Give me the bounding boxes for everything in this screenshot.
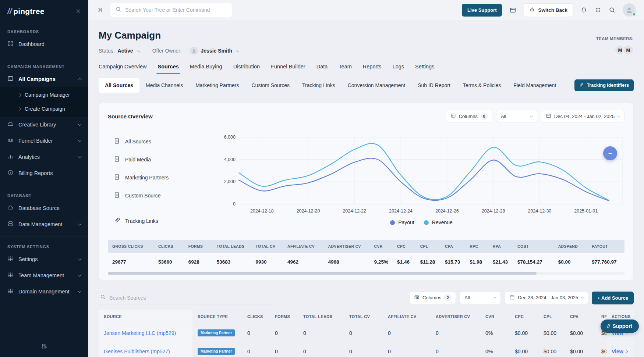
- source-filter-marketing-partners[interactable]: Marketing Partners: [114, 169, 218, 186]
- source-link[interactable]: Genises Puiblishers (mp527): [104, 349, 170, 354]
- subtab-terms-policies[interactable]: Terms & Policies: [457, 78, 507, 93]
- search-icon[interactable]: [609, 7, 615, 13]
- tracking-links-item[interactable]: Tracking Links: [114, 213, 218, 229]
- status-value[interactable]: Active: [118, 48, 133, 54]
- apps-grid-icon[interactable]: [595, 7, 601, 13]
- axis-tick-label: 2,000: [224, 179, 236, 184]
- sidebar-item-data-management[interactable]: Data Management: [0, 216, 88, 232]
- sidebar-collapse-icon[interactable]: [97, 7, 104, 13]
- panel-icon[interactable]: [509, 7, 516, 14]
- subtab-tracking-links[interactable]: Tracking Links: [296, 78, 342, 93]
- global-search-input[interactable]: [125, 7, 227, 13]
- stats-value-cell: 6928: [184, 253, 212, 268]
- table-cell: 0: [431, 325, 480, 342]
- team-member-avatar[interactable]: M: [623, 44, 634, 56]
- sources-controls-right: Columns 2 All Dec 28, 2024 - Jan 03, 202…: [409, 292, 634, 304]
- sidebar-item-funnel-builder[interactable]: Funnel Builder: [0, 133, 88, 149]
- cloud-icon: [7, 121, 14, 128]
- team-members: TEAM MEMBERS: M M: [596, 36, 634, 56]
- sidebar-preferences-icon[interactable]: [41, 343, 47, 350]
- tab-sources[interactable]: Sources: [158, 64, 179, 69]
- table-header-cell: ADVERTISER CV: [431, 310, 480, 324]
- source-link[interactable]: Jensen Marketing LLC (mp529): [104, 330, 176, 336]
- tab-distribution[interactable]: Distribution: [233, 64, 260, 69]
- sidebar-item-dashboard[interactable]: Dashboard: [0, 36, 88, 52]
- date-range-picker[interactable]: Dec 28, 2024 - Jan 03, 2025: [505, 292, 588, 304]
- columns-button[interactable]: Columns 2: [409, 292, 456, 304]
- campaign-meta-row: Status: Active Offer Owner: Jessie Smith: [99, 47, 634, 55]
- switch-back-label: Switch Back: [538, 7, 567, 13]
- sidebar-item-label: Billing Reports: [18, 170, 53, 176]
- global-search[interactable]: [110, 3, 232, 17]
- sidebar-item-all-campaigns[interactable]: All Campaigns: [0, 71, 88, 87]
- stats-value-cell: 4968: [324, 253, 370, 268]
- subtab-conversion-management[interactable]: Conversion Management: [342, 78, 411, 93]
- date-range-value: Dec 04, 2024 - Jan 02, 2025: [554, 114, 615, 119]
- view-link[interactable]: View: [612, 349, 627, 354]
- switch-back-button[interactable]: Switch Back: [524, 3, 573, 17]
- tab-media-buying[interactable]: Media Buying: [190, 64, 222, 69]
- sidebar-item-create-campaign[interactable]: Create Campaign: [0, 102, 88, 116]
- sidebar-item-analytics[interactable]: Analytics: [0, 149, 88, 165]
- chevron-down-icon: [78, 222, 82, 226]
- sidebar-item-billing-reports[interactable]: $ Billing Reports: [0, 165, 88, 181]
- funnel-icon: [7, 137, 14, 144]
- date-range-picker[interactable]: Dec 04, 2024 - Jan 02, 2025: [541, 110, 624, 122]
- filter-select[interactable]: All: [460, 292, 501, 304]
- sidebar-item-campaign-manager[interactable]: Campaign Manager: [0, 88, 88, 102]
- subtab-sub-id-report[interactable]: Sub ID Report: [411, 78, 457, 93]
- tab-reports[interactable]: Reports: [363, 64, 382, 69]
- horizontal-scrollbar-thumb[interactable]: [108, 272, 537, 275]
- dashboard-grid-icon: [7, 40, 14, 48]
- sidebar-subitem-label: Create Campaign: [25, 106, 65, 112]
- tracking-identifiers-button[interactable]: Tracking Identifiers: [574, 79, 634, 91]
- sidebar-item-label: Domain Management: [18, 289, 70, 294]
- tab-settings[interactable]: Settings: [415, 64, 434, 69]
- source-filter-all-sources[interactable]: All Sources: [114, 133, 218, 150]
- subtab-all-sources[interactable]: All Sources: [99, 78, 139, 93]
- filter-select[interactable]: All: [496, 110, 537, 122]
- sidebar-item-domain-management[interactable]: Domain Management: [0, 283, 88, 300]
- source-filter-custom-source[interactable]: Custom Source: [114, 188, 218, 204]
- live-support-button[interactable]: Live Support: [462, 4, 502, 17]
- tab-logs[interactable]: Logs: [393, 64, 404, 69]
- columns-label: Columns: [459, 114, 478, 119]
- chevron-down-icon[interactable]: [137, 49, 140, 52]
- sidebar-close-icon[interactable]: ✕: [75, 7, 81, 15]
- sidebar-item-database-source[interactable]: Database Source: [0, 200, 88, 216]
- stats-header-cell: TOTAL LEADS: [212, 240, 251, 253]
- sidebar-item-settings[interactable]: Settings: [0, 251, 88, 267]
- chat-minimize-button[interactable]: −: [603, 146, 617, 160]
- sources-controls: Columns 2 All Dec 28, 2024 - Jan 03, 202…: [99, 291, 634, 304]
- columns-button[interactable]: Columns 0: [446, 110, 492, 122]
- sliders-icon: [7, 288, 14, 295]
- sidebar-item-label: Creative Library: [18, 122, 56, 128]
- chevron-down-icon[interactable]: [236, 49, 239, 52]
- sidebar-item-team-management[interactable]: Team Management: [0, 267, 88, 283]
- tab-team[interactable]: Team: [339, 64, 351, 69]
- support-button[interactable]: // Support: [601, 319, 639, 333]
- chevron-down-icon: [617, 114, 620, 117]
- page-title: My Campaign: [99, 30, 634, 41]
- tab-data[interactable]: Data: [316, 64, 328, 69]
- subtab-media-channels[interactable]: Media Channels: [139, 78, 189, 93]
- user-avatar[interactable]: [623, 3, 636, 17]
- subtab-field-management[interactable]: Field Management: [507, 78, 562, 93]
- tab-campaign-overview[interactable]: Campaign Overview: [99, 64, 147, 69]
- source-filter-paid-media[interactable]: Paid Media: [114, 151, 218, 168]
- sources-search[interactable]: [99, 291, 272, 304]
- axis-tick-label: 2024-12-22: [343, 208, 366, 214]
- add-source-button[interactable]: + Add Source: [592, 292, 634, 304]
- sources-search-input[interactable]: [109, 295, 270, 301]
- sidebar-item-creative-library[interactable]: Creative Library: [0, 117, 88, 133]
- chevron-down-icon: [530, 114, 533, 117]
- sliders-icon: [7, 272, 14, 279]
- team-avatars: M M: [596, 44, 634, 56]
- owner-name[interactable]: Jessie Smith: [201, 48, 233, 54]
- notifications-bell-icon[interactable]: [580, 7, 587, 14]
- subtab-custom-sources[interactable]: Custom Sources: [245, 78, 296, 93]
- tab-funnel-builder[interactable]: Funnel Builder: [271, 64, 305, 69]
- subtab-marketing-partners[interactable]: Marketing Partners: [189, 78, 245, 93]
- legend-item-revenue: Revenue: [424, 219, 453, 225]
- table-cell: Marketing Partner: [192, 324, 242, 342]
